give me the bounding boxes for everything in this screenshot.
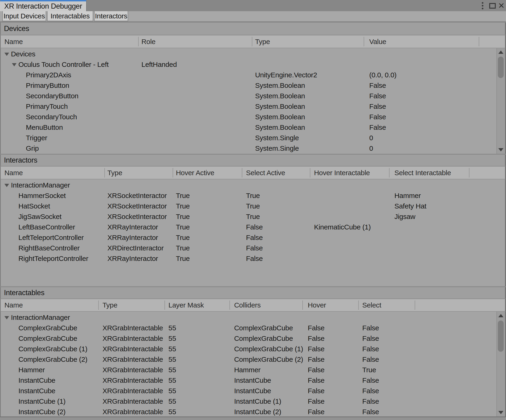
foldout-triangle-icon[interactable] [4, 316, 9, 319]
column-separator[interactable] [415, 300, 415, 310]
cell-layer-mask: 55 [168, 387, 176, 395]
column-separator[interactable] [138, 37, 139, 46]
cell-select-active: False [246, 223, 263, 231]
devices-scrollbar[interactable] [496, 48, 505, 154]
table-row[interactable]: RightTeleportControllerXRRayInteractorTr… [1, 253, 505, 264]
cell-type: XRGrabInteractable [102, 345, 163, 353]
column-header-name[interactable]: Name [4, 169, 23, 177]
cell-select-active: False [246, 255, 263, 262]
column-header-hover-active[interactable]: Hover Active [176, 169, 214, 177]
cell-name: Hammer [18, 366, 45, 374]
column-separator[interactable] [229, 300, 230, 310]
kebab-menu-icon[interactable] [482, 2, 484, 10]
column-separator[interactable] [165, 300, 165, 310]
cell-layer-mask: 55 [168, 376, 176, 384]
table-row[interactable]: InteractionManager [1, 180, 505, 190]
tab-interactables[interactable]: Interactables [47, 11, 93, 21]
table-row[interactable]: InteractionManager [1, 312, 505, 323]
foldout-triangle-icon[interactable] [12, 63, 17, 67]
scroll-up-icon[interactable] [498, 314, 503, 317]
column-separator[interactable] [252, 37, 252, 46]
window-tab[interactable]: XR Interaction Debugger [0, 0, 87, 11]
column-header-type[interactable]: Type [102, 301, 117, 309]
table-row[interactable]: TriggerSystem.Single0 [1, 133, 505, 143]
table-row[interactable]: InstantCubeXRGrabInteractable55InstantCu… [1, 386, 505, 396]
close-icon[interactable]: ✕ [498, 1, 505, 10]
column-separator[interactable] [98, 300, 99, 310]
cell-hover-interactable: KinematicCube (1) [314, 223, 371, 231]
column-separator[interactable] [479, 37, 479, 46]
table-row[interactable]: RightBaseControllerXRDirectInteractorTru… [1, 243, 505, 253]
column-header-hover[interactable]: Hover [308, 301, 326, 309]
table-row[interactable]: JigSawSocketXRSocketInteractorTrueTrueJi… [1, 211, 505, 222]
table-row[interactable]: LeftBaseControllerXRRayInteractorTrueFal… [1, 222, 505, 232]
table-row[interactable]: LeftTeleportControllerXRRayInteractorTru… [1, 232, 505, 243]
cell-hover-active: True [176, 255, 190, 262]
column-header-type[interactable]: Type [255, 38, 270, 46]
column-separator[interactable] [302, 300, 303, 310]
cell-colliders: ComplexGrabCube (2) [234, 355, 303, 363]
table-row[interactable]: Devices [1, 49, 505, 59]
column-header-select[interactable]: Select [362, 301, 381, 309]
column-separator[interactable] [389, 168, 390, 177]
table-row[interactable]: HammerXRGrabInteractable55HammerFalseTru… [1, 365, 505, 375]
column-header-hover-interactable[interactable]: Hover Interactable [314, 169, 370, 177]
devices-table-header: NameRoleTypeValue [0, 35, 506, 48]
column-header-value[interactable]: Value [369, 38, 386, 46]
tab-input-devices[interactable]: Input Devices [2, 11, 46, 21]
foldout-triangle-icon[interactable] [4, 184, 9, 187]
scroll-down-icon[interactable] [498, 411, 503, 414]
tab-interactors[interactable]: Interactors [94, 11, 128, 21]
table-row[interactable]: GripSystem.Single0 [1, 143, 505, 153]
column-header-layer-mask[interactable]: Layer Mask [168, 301, 204, 309]
table-row[interactable]: InstantCubeXRGrabInteractable55InstantCu… [1, 375, 505, 386]
foldout-triangle-icon[interactable] [4, 53, 9, 56]
cell-type: System.Boolean [255, 123, 305, 131]
cell-name: ComplexGrabCube [18, 324, 77, 332]
column-separator[interactable] [242, 168, 242, 177]
cell-name: LeftBaseController [18, 223, 75, 231]
column-header-name[interactable]: Name [4, 301, 23, 309]
cell-hover: False [308, 408, 325, 416]
table-row[interactable]: PrimaryTouchSystem.BooleanFalse [1, 101, 505, 112]
scrollbar-thumb[interactable] [498, 320, 504, 352]
column-header-role[interactable]: Role [141, 38, 156, 46]
column-separator[interactable] [173, 168, 173, 177]
cell-hover-active: True [176, 234, 190, 241]
column-separator[interactable] [310, 168, 310, 177]
table-row[interactable]: InstantCube (2)XRGrabInteractable55Insta… [1, 407, 505, 416]
table-row[interactable]: PrimaryButtonSystem.BooleanFalse [1, 80, 505, 91]
scroll-down-icon[interactable] [498, 148, 503, 151]
scrollbar-thumb[interactable] [498, 57, 504, 78]
table-row[interactable]: Primary2DAxisUnityEngine.Vector2(0.0, 0.… [1, 70, 505, 80]
table-row[interactable]: ComplexGrabCube (1)XRGrabInteractable55C… [1, 344, 505, 354]
column-separator[interactable] [364, 37, 364, 46]
column-header-select-active[interactable]: Select Active [246, 169, 285, 177]
table-row[interactable]: ComplexGrabCubeXRGrabInteractable55Compl… [1, 333, 505, 344]
column-header-select-interactable[interactable]: Select Interactable [394, 169, 451, 177]
table-row[interactable]: InstantCube (1)XRGrabInteractable55Insta… [1, 396, 505, 407]
cell-select: False [362, 355, 379, 363]
cell-layer-mask: 55 [168, 366, 176, 374]
column-separator[interactable] [104, 168, 105, 177]
interactables-scrollbar[interactable] [496, 312, 505, 416]
cell-hover: False [308, 324, 325, 332]
table-row[interactable]: HammerSocketXRSocketInteractorTrueTrueHa… [1, 190, 505, 201]
column-header-name[interactable]: Name [4, 38, 23, 46]
column-header-type[interactable]: Type [107, 169, 122, 177]
cell-hover: False [308, 397, 325, 405]
table-row[interactable]: SecondaryTouchSystem.BooleanFalse [1, 112, 505, 122]
table-row[interactable]: ComplexGrabCubeXRGrabInteractable55Compl… [1, 323, 505, 333]
table-row[interactable]: ComplexGrabCube (2)XRGrabInteractable55C… [1, 354, 505, 365]
maximize-icon[interactable] [489, 3, 496, 9]
table-row[interactable]: HatSocketXRSocketInteractorTrueTrueSafet… [1, 201, 505, 211]
column-separator[interactable] [358, 300, 359, 310]
cell-value: False [369, 102, 386, 110]
cell-hover: False [308, 376, 325, 384]
table-row[interactable]: Oculus Touch Controller - LeftLeftHanded [1, 59, 505, 70]
column-header-colliders[interactable]: Colliders [234, 301, 261, 309]
table-row[interactable]: SecondaryButtonSystem.BooleanFalse [1, 91, 505, 101]
scroll-up-icon[interactable] [498, 51, 503, 54]
table-row[interactable]: MenuButtonSystem.BooleanFalse [1, 122, 505, 133]
column-separator[interactable] [469, 168, 469, 177]
